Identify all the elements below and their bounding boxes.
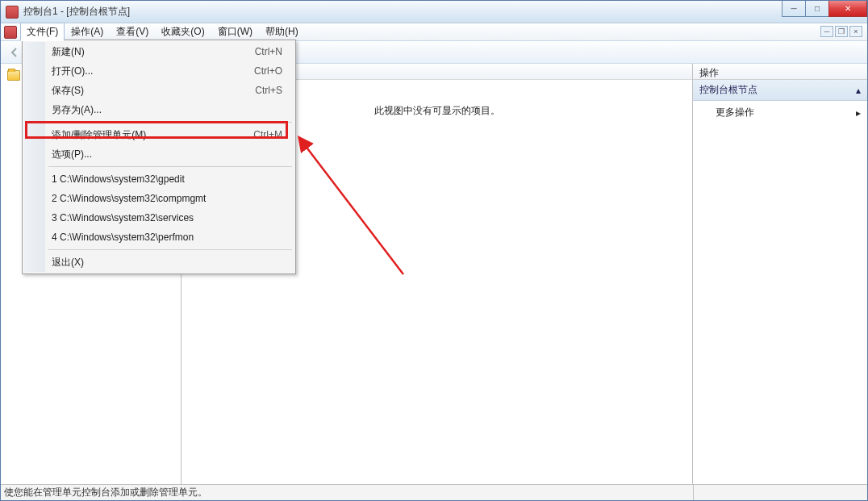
menu-item-label: 2 C:\Windows\system32\compmgmt <box>52 192 206 205</box>
menu-window[interactable]: 窗口(W) <box>211 23 259 41</box>
menu-item-save[interactable]: 保存(S) Ctrl+S <box>24 81 294 100</box>
menu-item-recent-2[interactable]: 2 C:\Windows\system32\compmgmt <box>24 189 294 208</box>
doc-icon[interactable] <box>4 26 17 39</box>
menu-separator <box>48 166 292 167</box>
menu-item-recent-1[interactable]: 1 C:\Windows\system32\gpedit <box>24 169 294 189</box>
menu-action[interactable]: 操作(A) <box>65 23 110 41</box>
arrow-left-icon <box>9 47 20 58</box>
status-text: 使您能在管理单元控制台添加或删除管理单元。 <box>4 486 207 499</box>
menu-item-add-remove-snapin[interactable]: 添加/删除管理单元(M)... Ctrl+M <box>24 125 294 144</box>
menubar: 文件(F) 操作(A) 查看(V) 收藏夹(O) 窗口(W) 帮助(H) ─ ❐… <box>1 23 867 41</box>
menu-item-label: 4 C:\Windows\system32\perfmon <box>52 231 194 244</box>
close-button[interactable]: ✕ <box>828 1 867 17</box>
menu-help[interactable]: 帮助(H) <box>259 23 305 41</box>
menu-item-label: 1 C:\Windows\system32\gpedit <box>52 173 185 186</box>
menu-item-label: 打开(O)... <box>52 65 93 77</box>
back-button[interactable] <box>6 44 23 61</box>
mdi-close-button[interactable]: × <box>849 26 862 37</box>
menu-item-shortcut: Ctrl+S <box>255 84 282 97</box>
app-icon <box>6 6 19 19</box>
menu-item-label: 3 C:\Windows\system32\services <box>52 211 194 224</box>
window-controls: ─ □ ✕ <box>782 1 867 17</box>
actions-pane: 操作 控制台根节点 ▴ 更多操作 ▸ <box>693 64 867 484</box>
maximize-button[interactable]: □ <box>805 1 829 17</box>
menu-item-shortcut: Ctrl+N <box>255 45 282 58</box>
window-title: 控制台1 - [控制台根节点] <box>23 5 130 19</box>
menu-item-recent-3[interactable]: 3 C:\Windows\system32\services <box>24 208 294 228</box>
menu-item-shortcut: Ctrl+M <box>253 128 282 141</box>
empty-message: 此视图中没有可显示的项目。 <box>374 105 500 116</box>
menu-view[interactable]: 查看(V) <box>110 23 155 41</box>
titlebar: 控制台1 - [控制台根节点] ─ □ ✕ <box>1 1 867 23</box>
menu-item-label: 另存为(A)... <box>52 103 102 116</box>
folder-icon <box>7 70 20 81</box>
menu-item-open[interactable]: 打开(O)... Ctrl+O <box>24 61 294 81</box>
mdi-controls: ─ ❐ × <box>819 26 862 37</box>
statusbar: 使您能在管理单元控制台添加或删除管理单元。 <box>1 484 867 500</box>
mdi-minimize-button[interactable]: ─ <box>820 26 833 37</box>
menu-item-label: 退出(X) <box>52 256 84 269</box>
menu-favorites[interactable]: 收藏夹(O) <box>155 23 211 41</box>
minimize-button[interactable]: ─ <box>782 1 806 17</box>
menu-item-options[interactable]: 选项(P)... <box>24 144 294 164</box>
menu-item-new[interactable]: 新建(N) Ctrl+N <box>24 42 294 61</box>
actions-header: 操作 <box>693 64 867 80</box>
more-actions-label: 更多操作 <box>716 106 754 119</box>
menu-item-exit[interactable]: 退出(X) <box>24 253 294 272</box>
menu-item-shortcut: Ctrl+O <box>254 65 282 77</box>
menu-separator <box>48 122 292 123</box>
statusbar-right <box>693 485 867 500</box>
more-actions-item[interactable]: 更多操作 ▸ <box>693 101 867 124</box>
mdi-restore-button[interactable]: ❐ <box>835 26 848 37</box>
menu-separator <box>48 249 292 250</box>
collapse-arrow-icon: ▴ <box>856 85 861 96</box>
menu-item-label: 选项(P)... <box>52 148 92 161</box>
actions-group-label: 控制台根节点 <box>699 83 757 97</box>
menu-item-recent-4[interactable]: 4 C:\Windows\system32\perfmon <box>24 228 294 247</box>
menu-item-saveas[interactable]: 另存为(A)... <box>24 100 294 119</box>
chevron-right-icon: ▸ <box>856 107 861 119</box>
menu-item-label: 添加/删除管理单元(M)... <box>52 128 154 141</box>
actions-group-header[interactable]: 控制台根节点 ▴ <box>693 80 867 101</box>
menu-item-label: 保存(S) <box>52 84 84 97</box>
file-menu-dropdown: 新建(N) Ctrl+N 打开(O)... Ctrl+O 保存(S) Ctrl+… <box>22 40 296 274</box>
menu-file[interactable]: 文件(F) <box>20 23 65 41</box>
menu-item-label: 新建(N) <box>52 45 85 58</box>
